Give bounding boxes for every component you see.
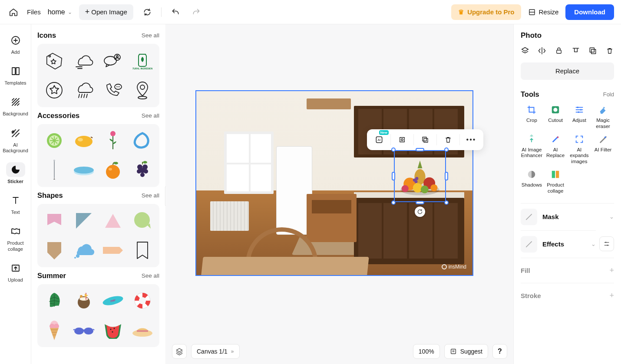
tool-ai-replace[interactable]: AI Replace bbox=[545, 134, 567, 165]
redo-button[interactable] bbox=[189, 5, 203, 19]
resize-edge-bottom[interactable] bbox=[416, 201, 424, 204]
orange-sticker[interactable] bbox=[101, 157, 126, 183]
phone-chat-icon[interactable] bbox=[101, 78, 126, 103]
mango-sticker[interactable] bbox=[71, 128, 96, 154]
surfboard-sticker[interactable]: mer bbox=[101, 289, 126, 314]
rail-upload[interactable]: Upload bbox=[2, 258, 30, 285]
bookmark-outline-shape[interactable] bbox=[130, 238, 155, 263]
natural-ingredients-icon[interactable]: NATURAL INGREDIENTS bbox=[130, 48, 155, 73]
ice-cream-sticker[interactable] bbox=[42, 318, 67, 343]
needle-sticker[interactable] bbox=[42, 157, 67, 183]
fill-row[interactable]: Fill + bbox=[521, 258, 614, 283]
upgrade-button[interactable]: ♛ Upgrade to Pro bbox=[451, 4, 521, 20]
resize-handle-br[interactable] bbox=[444, 200, 449, 205]
zoom-chip[interactable]: 100% bbox=[413, 344, 440, 359]
delete-layer-button[interactable] bbox=[605, 46, 614, 56]
tag-star-icon[interactable] bbox=[42, 48, 67, 73]
ai-magic-button[interactable]: AI New bbox=[371, 132, 387, 148]
rail-sticker[interactable]: Sticker bbox=[2, 160, 30, 187]
sunglasses-sticker[interactable] bbox=[71, 318, 96, 343]
resize-handle-tr[interactable] bbox=[444, 148, 449, 152]
effects-settings-button[interactable] bbox=[599, 236, 614, 251]
cucumber-sticker[interactable] bbox=[42, 128, 67, 154]
tool-ai-enhancer[interactable]: AI Image Enhancer bbox=[521, 134, 543, 165]
shield-tan-shape[interactable] bbox=[42, 238, 67, 263]
flip-button[interactable] bbox=[538, 46, 547, 56]
suggest-button[interactable]: Suggest bbox=[444, 344, 488, 359]
resize-button[interactable]: Resize bbox=[528, 8, 558, 16]
cloud-wind-icon[interactable] bbox=[71, 48, 96, 73]
lock-button[interactable] bbox=[555, 46, 564, 56]
canvas-area[interactable]: insMind AI New ••• bbox=[166, 24, 513, 364]
crop-in-toolbar[interactable] bbox=[394, 132, 410, 148]
fold-button[interactable]: Fold bbox=[603, 91, 614, 98]
resize-handle-tl[interactable] bbox=[391, 148, 396, 152]
see-all-shapes[interactable]: See all bbox=[142, 192, 159, 199]
open-image-button[interactable]: + Open Image bbox=[79, 4, 133, 20]
selected-sticker[interactable] bbox=[394, 150, 446, 202]
tool-product-collage[interactable]: Product collage bbox=[545, 169, 567, 194]
see-all-icons[interactable]: See all bbox=[142, 32, 159, 39]
lifebuoy-sticker[interactable] bbox=[130, 289, 155, 314]
tool-ai-filter[interactable]: AI Filter bbox=[592, 134, 614, 165]
tool-adjust[interactable]: Adjust bbox=[568, 105, 591, 130]
triangle-pink-shape[interactable] bbox=[101, 208, 126, 233]
layer-order-button[interactable] bbox=[521, 46, 530, 56]
delete-button[interactable] bbox=[440, 132, 456, 148]
tool-crop[interactable]: Crop bbox=[521, 105, 543, 130]
effects-accordion[interactable]: Effects ⌄ bbox=[521, 230, 596, 258]
layers-button[interactable] bbox=[172, 344, 187, 359]
mask-accordion[interactable]: Mask ⌄ bbox=[521, 203, 614, 230]
water-splash-sticker[interactable] bbox=[130, 128, 155, 154]
resize-edge-left[interactable] bbox=[392, 172, 395, 180]
files-link[interactable]: Files bbox=[27, 8, 41, 16]
download-button[interactable]: Download bbox=[565, 4, 614, 20]
chat-user-icon[interactable] bbox=[101, 48, 126, 73]
water-tray-sticker[interactable] bbox=[71, 157, 96, 183]
rail-background[interactable]: Background bbox=[2, 92, 30, 119]
undo-button[interactable] bbox=[168, 5, 182, 19]
resize-edge-top[interactable] bbox=[416, 148, 424, 151]
selection-outline bbox=[394, 150, 446, 202]
tool-ai-expand[interactable]: AI expands images bbox=[568, 134, 591, 165]
replace-button[interactable]: Replace bbox=[521, 62, 614, 80]
speech-round-green-shape[interactable] bbox=[130, 208, 155, 233]
rail-text[interactable]: Text bbox=[2, 190, 30, 218]
location-pin-icon[interactable] bbox=[130, 78, 155, 103]
tool-shadows[interactable]: Shadows bbox=[521, 169, 543, 194]
rail-ai-background[interactable]: AI Background bbox=[2, 123, 30, 156]
cloud-blue-shape[interactable] bbox=[71, 238, 96, 263]
tool-magic-eraser[interactable]: Magic eraser bbox=[592, 105, 614, 130]
svg-point-37 bbox=[144, 169, 148, 174]
see-all-accessories[interactable]: See all bbox=[142, 112, 159, 119]
rose-sticker[interactable] bbox=[101, 128, 126, 154]
rotate-handle[interactable] bbox=[415, 207, 425, 217]
copy-button[interactable] bbox=[588, 46, 597, 56]
grapes-sticker[interactable] bbox=[130, 157, 155, 183]
align-button[interactable] bbox=[571, 46, 580, 56]
home-button[interactable] bbox=[7, 6, 20, 19]
resize-handle-bl[interactable] bbox=[391, 200, 396, 205]
watermelon-sticker[interactable] bbox=[101, 318, 126, 343]
sun-hat-sticker[interactable] bbox=[130, 318, 155, 343]
star-badge-icon[interactable] bbox=[42, 78, 67, 103]
triangle-cut-blue-shape[interactable] bbox=[71, 208, 96, 233]
more-button[interactable]: ••• bbox=[463, 132, 479, 148]
ribbon-pink-shape[interactable] bbox=[42, 208, 67, 233]
rail-templates[interactable]: Templates bbox=[2, 61, 30, 89]
monstera-leaf-sticker[interactable] bbox=[42, 289, 67, 314]
help-button[interactable]: ? bbox=[492, 344, 507, 359]
sync-button[interactable] bbox=[140, 5, 154, 19]
duplicate-button[interactable] bbox=[417, 132, 433, 148]
cloud-rain-icon[interactable] bbox=[71, 78, 96, 103]
rail-add[interactable]: Add bbox=[2, 30, 30, 58]
tool-cutout[interactable]: Cutout bbox=[545, 105, 567, 130]
project-dropdown[interactable]: home ⌄ bbox=[48, 8, 72, 16]
resize-edge-right[interactable] bbox=[445, 172, 448, 180]
stroke-row[interactable]: Stroke + bbox=[521, 283, 614, 308]
rail-product-collage[interactable]: Product collage bbox=[2, 221, 30, 254]
see-all-summer[interactable]: See all bbox=[142, 272, 159, 279]
tag-peach-shape[interactable] bbox=[101, 238, 126, 263]
coconut-drink-sticker[interactable] bbox=[71, 289, 96, 314]
canvas-chip[interactable]: Canvas 1/1 » bbox=[191, 344, 240, 359]
